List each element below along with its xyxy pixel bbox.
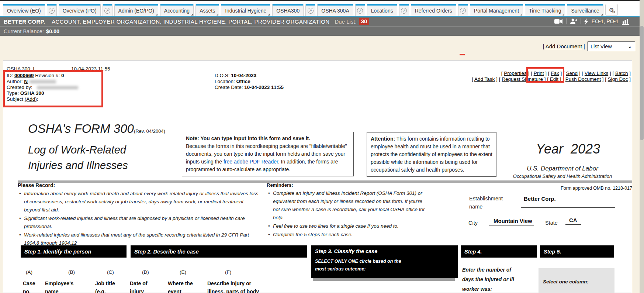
- column-letter-a: (A): [26, 269, 32, 275]
- vertical-scrollbar[interactable]: [640, 0, 644, 293]
- create-date-label: Create Date:: [215, 85, 243, 90]
- doc-type-row: Type: OSHA 300: [7, 90, 99, 96]
- tab-time-tracking[interactable]: Time Tracking: [525, 4, 565, 16]
- external-link-icon: ↗: [460, 8, 466, 14]
- push-document-action[interactable]: Push Document: [562, 76, 603, 82]
- reminders-item: Complete an Injury and Illness Incident …: [267, 189, 426, 222]
- tab-surveillance[interactable]: Surveillance: [567, 4, 603, 16]
- add-user-icon[interactable]: [570, 18, 577, 24]
- balance-bar: Current Balance: $0.00: [0, 26, 644, 36]
- column-label-describe: Describe injury orillness, parts of body: [207, 279, 259, 293]
- add-task-action[interactable]: Add Task: [472, 76, 498, 82]
- popout-locations-button[interactable]: ↗: [399, 4, 409, 16]
- revision-label: Revision #:: [35, 73, 60, 78]
- city-label: City: [468, 220, 478, 226]
- note-title: Note: You can type input into this form …: [186, 135, 310, 141]
- print-action[interactable]: Print: [531, 70, 547, 76]
- menu-corner-icon: [191, 14, 193, 15]
- tab-label: Time Tracking: [529, 8, 561, 14]
- doc-id-row: ID: 0000669 Revision #: 0: [7, 73, 99, 79]
- form-subtitle-line2: Injuries and Illnesses: [28, 159, 128, 172]
- subject-add-link[interactable]: (Add): [25, 96, 37, 102]
- due-list-badge[interactable]: 30: [359, 18, 370, 25]
- tab-locations[interactable]: Locations: [367, 4, 397, 16]
- balance-label: Current Balance:: [4, 28, 44, 34]
- tab-label: Overview (PO): [63, 8, 97, 14]
- view-links-action[interactable]: View Links: [582, 70, 611, 76]
- tab-label: OSHA 300A: [321, 8, 349, 14]
- lightning-bolt-icon[interactable]: [584, 18, 588, 25]
- balance-value: $0.00: [46, 28, 59, 34]
- osha-administration: Occupational Safety and Health Administr…: [494, 173, 631, 179]
- step3-title: Step 3. Classify the case: [311, 245, 458, 254]
- tab-portal-management[interactable]: Portal Management: [470, 4, 523, 16]
- reminders-item: Feel free to use two lines for a single …: [267, 222, 426, 230]
- due-list-label: Due List:: [335, 18, 356, 25]
- tab-label: Locations: [371, 8, 393, 14]
- properties-action[interactable]: Properties: [501, 70, 530, 76]
- author-value: N: [24, 79, 28, 84]
- main-tab-bar: Overview (EO) ↗ Overview (PO) ↗ Admin (E…: [0, 1, 644, 17]
- popout-referred-orders-button[interactable]: ↗: [458, 4, 468, 16]
- video-camera-icon[interactable]: [554, 19, 563, 24]
- add-document-link[interactable]: Add Document: [546, 43, 582, 49]
- popout-overview-eo-button[interactable]: ↗: [47, 4, 57, 16]
- pdf-reader-link[interactable]: free adobe PDF Reader: [224, 159, 278, 165]
- establishment-label-2: name: [469, 204, 482, 210]
- step4-instruction: Enter the number of days the injured or …: [462, 265, 532, 293]
- chevron-down-icon: ⌄: [628, 44, 632, 49]
- fax-action[interactable]: Fax: [548, 70, 562, 76]
- tab-accounting[interactable]: Accounting: [160, 4, 194, 16]
- city-underline: [489, 225, 534, 225]
- dept-of-labor: U.S. Department of Labor: [502, 165, 623, 172]
- tab-assets[interactable]: Assets: [195, 4, 219, 16]
- doc-id-link[interactable]: 0000669: [14, 73, 34, 78]
- tab-overview-po[interactable]: Overview (PO): [59, 4, 101, 16]
- location-label: Location:: [215, 79, 235, 84]
- tab-overview-eo[interactable]: Overview (EO): [3, 4, 45, 16]
- step3-gray-strip: [313, 278, 455, 281]
- dos-label: D.O.S:: [215, 73, 230, 78]
- popout-osha300a-button[interactable]: ↗: [355, 4, 365, 16]
- gear-icon: ⚙: [612, 10, 616, 14]
- document-datetime: 10-04-2023 11:55: [71, 66, 110, 72]
- redacted-created-by-name: [37, 86, 78, 89]
- step3-header-block: Step 3. Classify the case SELECT ONLY ON…: [311, 245, 458, 278]
- tab-industrial-hygiene[interactable]: Industrial Hygiene: [221, 4, 270, 16]
- created-by-label: Created by:: [7, 85, 32, 90]
- sign-doc-action[interactable]: Sign Doc: [605, 76, 631, 82]
- reminders-title: Reminders:: [267, 182, 426, 188]
- request-signature-action[interactable]: Request Signature: [499, 76, 546, 82]
- state-value: CA: [569, 217, 577, 223]
- company-name: BETTER CORP.: [4, 18, 45, 25]
- osha-form-title: OSHA's FORM 300(Rev. 04/2004): [28, 122, 165, 136]
- step3-note-line2: most serious outcome:: [311, 264, 458, 272]
- form-year: Year 2023: [515, 141, 622, 157]
- pipe: |: [543, 43, 545, 49]
- column-label-date: Date ofinjury: [130, 279, 147, 293]
- doc-subject-row: Subject (Add):: [7, 96, 99, 102]
- menu-corner-icon: [520, 14, 522, 15]
- subject-label: Subject: [7, 96, 23, 102]
- external-link-icon: ↗: [104, 8, 110, 14]
- divider: [566, 18, 567, 24]
- view-mode-select[interactable]: List View ⌄: [587, 41, 635, 51]
- popout-overview-po-button[interactable]: ↗: [103, 4, 112, 16]
- doc-actions-row2: Add Task Request Signature Edit Push Doc…: [472, 76, 631, 82]
- year-label: Year: [536, 141, 563, 156]
- popout-osha300-button[interactable]: ↗: [305, 4, 315, 16]
- settings-gears-button[interactable]: ⚙⚙: [605, 4, 618, 16]
- batch-action[interactable]: Batch: [612, 70, 631, 76]
- edit-action[interactable]: Edit: [547, 76, 561, 82]
- scrollbar-thumb[interactable]: [640, 26, 644, 140]
- send-action[interactable]: Send: [563, 70, 581, 76]
- menu-corner-icon: [562, 14, 564, 15]
- bar-chart-icon[interactable]: [622, 18, 629, 25]
- tab-osha300a[interactable]: OSHA 300A: [317, 4, 353, 16]
- tab-referred-orders[interactable]: Referred Orders: [411, 4, 456, 16]
- tab-label: Admin (EO/PO): [118, 8, 154, 14]
- attention-title: Attention:: [371, 136, 395, 142]
- tab-osha300[interactable]: OSHA300: [272, 4, 304, 16]
- tab-admin-eo-po[interactable]: Admin (EO/PO): [114, 4, 158, 16]
- tab-label: Portal Management: [474, 8, 519, 14]
